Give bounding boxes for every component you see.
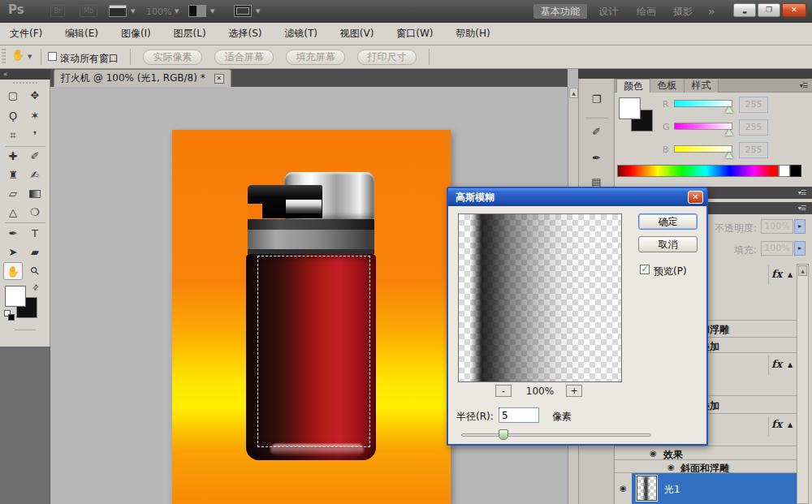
blur-preview[interactable] — [458, 213, 622, 382]
pen-tool[interactable]: ✒ — [3, 225, 23, 243]
eraser-tool[interactable]: ▱ — [3, 185, 23, 203]
brush-tool[interactable]: ✐ — [25, 148, 45, 166]
options-grip[interactable] — [2, 49, 6, 65]
healing-brush-tool[interactable]: ✚ — [3, 148, 23, 166]
menu-window[interactable]: 窗口(W) — [387, 23, 443, 45]
workspace-tab-essentials[interactable]: 基本功能 — [533, 4, 587, 19]
preview-zoom-out-button[interactable]: - — [495, 385, 512, 397]
actual-pixels-button[interactable]: 实际像素 — [143, 50, 202, 65]
scroll-all-windows-checkbox[interactable] — [48, 52, 57, 61]
panel-menu-icon[interactable]: ▾☰ — [800, 82, 807, 89]
spectrum-black-swatch[interactable] — [790, 165, 801, 177]
type-tool[interactable]: T — [25, 225, 45, 243]
foreground-color-swatch[interactable] — [5, 286, 26, 307]
hand-tool[interactable]: ✋ — [3, 262, 23, 280]
channel-b-value[interactable]: 255 — [739, 142, 768, 158]
move-tool[interactable]: ✥ — [25, 87, 45, 105]
close-button[interactable]: ✕ — [782, 3, 806, 17]
channel-b-slider[interactable] — [674, 145, 732, 153]
caret-down-icon[interactable]: ▼ — [28, 54, 32, 60]
layers-scrollbar[interactable]: ▲ — [797, 264, 809, 504]
magic-wand-tool[interactable]: ✶ — [25, 107, 45, 125]
eyedropper-tool[interactable]: ❜ — [25, 127, 45, 144]
crop-tool[interactable]: ⌗ — [3, 127, 23, 144]
caret-down-icon[interactable]: ▼ — [131, 8, 135, 15]
document-tab[interactable]: 打火机 @ 100% (光1, RGB/8) * ✕ — [54, 69, 231, 87]
panel-grip[interactable] — [13, 82, 37, 84]
tab-close-icon[interactable]: ✕ — [214, 74, 224, 84]
fx-badge[interactable]: fx — [771, 268, 782, 280]
workspace-tab-painting[interactable]: 绘画 — [637, 4, 656, 19]
fx-collapse-icon[interactable]: ▲ — [788, 361, 793, 368]
workspace-overflow-icon[interactable]: » — [708, 4, 715, 19]
scroll-up-icon[interactable]: ▲ — [569, 88, 578, 98]
tab-color[interactable]: 颜色 — [616, 79, 650, 93]
dodge-tool[interactable]: ❍ — [25, 204, 45, 222]
lasso-tool[interactable]: Ϙ — [3, 107, 23, 125]
menu-layer[interactable]: 图层(L) — [164, 23, 216, 45]
menu-image[interactable]: 图像(I) — [111, 23, 161, 45]
tools-panel-header[interactable]: « — [0, 69, 50, 80]
workspace-tab-photography[interactable]: 摄影 — [673, 4, 693, 19]
channel-r-slider[interactable] — [674, 100, 732, 107]
screen-mode-icon[interactable] — [234, 5, 252, 17]
fill-arrow-icon[interactable]: ▸ — [794, 241, 806, 256]
swap-colors-icon[interactable]: ⇄ — [31, 282, 41, 292]
channel-g-thumb[interactable] — [725, 129, 733, 136]
caret-down-icon[interactable]: ▼ — [256, 8, 260, 15]
ok-button[interactable]: 确定 — [638, 213, 698, 230]
preview-checkbox[interactable]: ✓ — [640, 265, 650, 274]
print-size-button[interactable]: 打印尺寸 — [357, 50, 417, 65]
zoom-level-value[interactable]: 100% — [146, 6, 171, 17]
radius-slider-track[interactable] — [461, 433, 651, 437]
dialog-close-button[interactable]: ✕ — [688, 191, 703, 204]
blur-tool[interactable]: △ — [3, 204, 23, 222]
channel-b-thumb[interactable] — [725, 152, 733, 158]
channel-r-value[interactable]: 255 — [739, 97, 768, 113]
menu-filter[interactable]: 滤镜(T) — [274, 23, 327, 45]
layer-row-selected[interactable]: 光1 — [632, 473, 797, 504]
fit-screen-button[interactable]: 适合屏幕 — [214, 50, 274, 65]
minibridge-icon[interactable]: Mb — [80, 5, 97, 17]
caret-down-icon[interactable]: ▼ — [210, 8, 214, 15]
menu-file[interactable]: 文件(F) — [0, 23, 52, 45]
radius-slider-thumb[interactable] — [499, 429, 508, 440]
menu-help[interactable]: 帮助(H) — [446, 23, 499, 45]
eye-icon[interactable]: ◉ — [667, 463, 675, 472]
fx-collapse-icon[interactable]: ▲ — [788, 271, 793, 278]
fill-screen-button[interactable]: 填充屏幕 — [286, 50, 345, 65]
cancel-button[interactable]: 取消 — [638, 236, 698, 252]
fill-value[interactable]: 100% — [761, 241, 793, 256]
channel-r-thumb[interactable] — [725, 106, 733, 113]
panel-icon-history[interactable]: ❐ — [579, 93, 614, 106]
menu-select[interactable]: 选择(S) — [219, 23, 272, 45]
minimize-button[interactable]: ▬ — [733, 3, 756, 17]
history-brush-tool[interactable]: ✍ — [25, 166, 45, 184]
panel-menu-icon[interactable]: ▾☰ — [798, 189, 806, 196]
channel-g-value[interactable]: 255 — [739, 119, 768, 136]
clone-stamp-tool[interactable]: ♜ — [3, 166, 23, 184]
eye-icon[interactable]: ◉ — [650, 449, 657, 458]
scroll-up-icon[interactable]: ▲ — [798, 265, 807, 276]
arrange-documents-icon[interactable] — [109, 5, 127, 17]
fx-collapse-icon[interactable]: ▲ — [788, 421, 793, 429]
tab-swatches[interactable]: 色板 — [650, 79, 685, 93]
tab-styles[interactable]: 样式 — [685, 79, 719, 93]
path-select-tool[interactable]: ➤ — [3, 243, 23, 261]
dialog-titlebar[interactable]: 高斯模糊 — [448, 188, 706, 206]
gradient-tool[interactable] — [25, 185, 45, 203]
fx-badge[interactable]: fx — [771, 418, 782, 430]
menu-view[interactable]: 视图(V) — [330, 23, 384, 45]
panel-icon-brushes[interactable]: ✐ — [579, 126, 614, 138]
artboard[interactable] — [172, 130, 451, 504]
zoom-tool[interactable]: ⚲ — [22, 258, 49, 285]
screen-layout-icon[interactable] — [188, 5, 206, 17]
radius-input[interactable] — [499, 407, 539, 423]
workspace-tab-design[interactable]: 设计 — [598, 4, 618, 19]
bridge-icon[interactable]: Br — [50, 5, 65, 17]
spectrum-white-swatch[interactable] — [779, 165, 790, 177]
eye-icon[interactable]: ◉ — [620, 484, 627, 493]
fx-badge[interactable]: fx — [771, 358, 782, 370]
restore-button[interactable]: ❐ — [758, 3, 780, 17]
opacity-arrow-icon[interactable]: ▸ — [794, 219, 806, 234]
